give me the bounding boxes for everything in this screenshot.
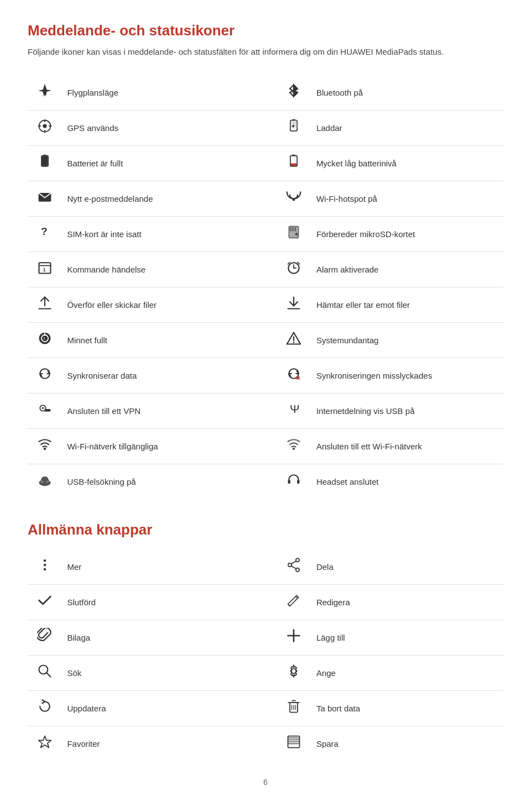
vpn-icon bbox=[28, 393, 61, 428]
svg-rect-60 bbox=[288, 480, 290, 484]
upload-icon bbox=[28, 287, 61, 322]
table-row: Ansluten till ett VPN Ψ Internetdelning … bbox=[28, 393, 503, 428]
svg-rect-22 bbox=[293, 227, 294, 231]
bluetooth-icon bbox=[277, 75, 310, 111]
gps-icon bbox=[28, 110, 61, 145]
wifi-hotspot-icon bbox=[277, 181, 310, 216]
table-row: Uppdatera Ta bort data bbox=[28, 690, 503, 726]
status-icons-table: Flygplansläge Bluetooth på GPS används L… bbox=[28, 75, 503, 499]
usb-debug-icon bbox=[28, 464, 61, 499]
button-label: Mer bbox=[61, 549, 254, 585]
charging-icon bbox=[277, 110, 310, 145]
page-subtitle: Följande ikoner kan visas i meddelande- … bbox=[28, 46, 503, 59]
icon-label2: Headset anslutet bbox=[311, 464, 503, 499]
microsd-icon bbox=[277, 216, 310, 252]
calendar-icon: 1 bbox=[28, 252, 61, 287]
svg-point-56 bbox=[46, 480, 49, 483]
svg-line-71 bbox=[288, 604, 290, 606]
sync-icon bbox=[28, 358, 61, 393]
button-label2: Dela bbox=[311, 549, 503, 585]
wifi-available-icon bbox=[28, 428, 61, 464]
svg-rect-8 bbox=[293, 119, 295, 121]
more-icon bbox=[28, 549, 61, 585]
svg-point-52 bbox=[44, 447, 46, 449]
table-row: Sök Ange bbox=[28, 655, 503, 690]
share-icon bbox=[277, 549, 310, 585]
svg-point-66 bbox=[288, 563, 291, 566]
delete-icon bbox=[277, 690, 310, 726]
usb-tether-icon: Ψ bbox=[277, 393, 310, 428]
table-row: USB-felsökning på Headset anslutet bbox=[28, 464, 503, 499]
icon-label: Batteriet är fullt bbox=[61, 145, 254, 181]
icon-label2: Internetdelning vis USB på bbox=[311, 393, 503, 428]
icon-label2: Mycket låg batterinivå bbox=[311, 145, 503, 181]
svg-text:1: 1 bbox=[43, 266, 46, 273]
icon-label: Flygplansläge bbox=[61, 75, 254, 111]
svg-rect-13 bbox=[41, 156, 48, 166]
download-icon bbox=[277, 287, 310, 322]
table-row: Mer Dela bbox=[28, 549, 503, 585]
svg-point-44 bbox=[293, 342, 295, 343]
alarm-icon bbox=[277, 252, 310, 287]
icon-label: Wi-Fi-nätverk tillgängliga bbox=[61, 428, 254, 464]
svg-point-24 bbox=[295, 232, 298, 235]
table-row: Wi-Fi-nätverk tillgängliga Ansluten till… bbox=[28, 428, 503, 464]
svg-line-69 bbox=[291, 565, 296, 568]
button-label: Slutförd bbox=[61, 584, 254, 620]
page-number: 6 bbox=[28, 778, 503, 787]
button-label2: Ta bort data bbox=[311, 690, 503, 726]
icon-label: Synkroniserar data bbox=[61, 358, 254, 393]
headset-icon bbox=[277, 464, 310, 499]
svg-point-2 bbox=[43, 124, 46, 128]
wifi-connected-icon bbox=[277, 428, 310, 464]
button-label: Favoriter bbox=[61, 726, 254, 761]
table-row: Batteriet är fullt Mycket låg batteriniv… bbox=[28, 145, 503, 181]
icon-label: Överför eller skickar filer bbox=[61, 287, 254, 322]
icon-label: Nytt e-postmeddelande bbox=[61, 181, 254, 216]
icon-label2: Hämtar eller tar emot filer bbox=[311, 287, 503, 322]
attach-icon bbox=[28, 620, 61, 655]
svg-point-55 bbox=[40, 480, 43, 483]
table-row: Slutförd Redigera bbox=[28, 584, 503, 620]
svg-marker-83 bbox=[38, 736, 51, 747]
settings-icon bbox=[277, 655, 310, 690]
battery-full-icon bbox=[28, 145, 61, 181]
table-row: Överför eller skickar filer Hämtar eller… bbox=[28, 287, 503, 322]
svg-text:Ψ: Ψ bbox=[290, 402, 300, 415]
done-icon bbox=[28, 584, 61, 620]
button-label: Sök bbox=[61, 655, 254, 690]
button-label2: Lägg till bbox=[311, 620, 503, 655]
svg-rect-12 bbox=[43, 154, 46, 156]
sync-fail-icon bbox=[277, 358, 310, 393]
button-label: Uppdatera bbox=[61, 690, 254, 726]
icon-label: Minnet fullt bbox=[61, 322, 254, 358]
button-label: Bilaga bbox=[61, 620, 254, 655]
general-buttons-table: Mer Dela Slutförd Redigera Bilaga Lägg t… bbox=[28, 549, 503, 761]
svg-rect-16 bbox=[291, 163, 297, 165]
warning-icon bbox=[277, 322, 310, 358]
table-row: 1 Kommande händelse Alarm aktiverade bbox=[28, 252, 503, 287]
icon-label2: Bluetooth på bbox=[311, 75, 503, 111]
memory-icon: ! bbox=[28, 322, 61, 358]
icon-label2: Laddar bbox=[311, 110, 503, 145]
svg-line-68 bbox=[291, 561, 296, 564]
svg-point-59 bbox=[41, 476, 48, 481]
svg-point-65 bbox=[296, 558, 299, 562]
table-row: Nytt e-postmeddelande Wi-Fi-hotspot på bbox=[28, 181, 503, 216]
edit-icon bbox=[277, 584, 310, 620]
icon-label: USB-felsökning på bbox=[61, 464, 254, 499]
page-title: Meddelande- och statusikoner bbox=[28, 22, 503, 39]
svg-rect-61 bbox=[297, 480, 299, 484]
button-label2: Spara bbox=[311, 726, 503, 761]
icon-label2: Synkroniseringen misslyckades bbox=[311, 358, 503, 393]
table-row: Synkroniserar data Synkroniseringen miss… bbox=[28, 358, 503, 393]
general-buttons-title: Allmänna knappar bbox=[28, 521, 503, 538]
button-label2: Redigera bbox=[311, 584, 503, 620]
svg-point-63 bbox=[44, 563, 46, 565]
svg-point-64 bbox=[44, 568, 46, 570]
battery-low-icon bbox=[277, 145, 310, 181]
svg-point-53 bbox=[293, 447, 295, 449]
svg-point-48 bbox=[41, 407, 44, 409]
search-icon bbox=[28, 655, 61, 690]
svg-rect-21 bbox=[290, 227, 291, 231]
